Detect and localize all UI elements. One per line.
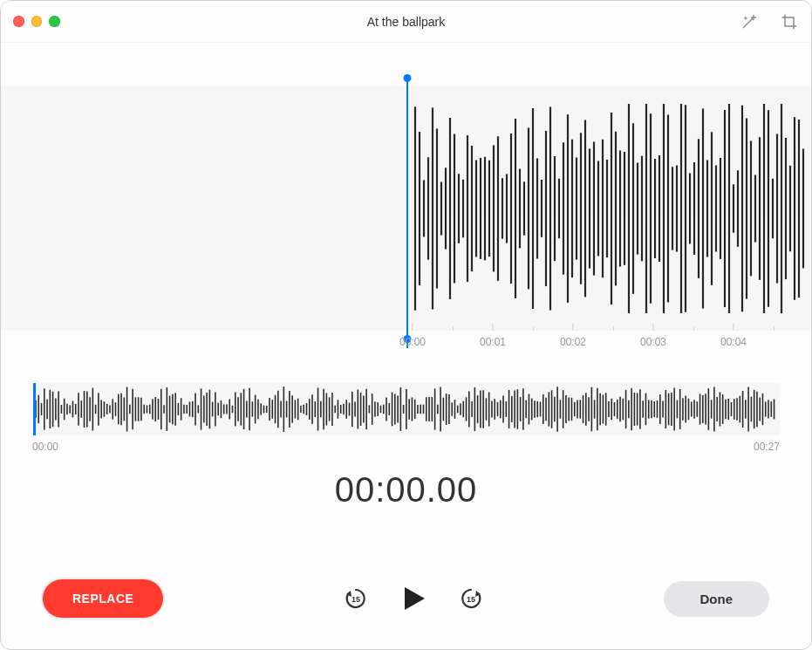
- zoom-window-button[interactable]: [49, 16, 60, 27]
- main-waveform: [412, 95, 812, 322]
- skip-forward-icon: 15: [458, 585, 484, 612]
- traffic-lights: [13, 16, 60, 27]
- overview-waveform[interactable]: [32, 383, 780, 435]
- overview-waveform-svg: [32, 383, 780, 435]
- tick-label: 00:04: [720, 336, 747, 348]
- skip-back-15-button[interactable]: 15: [343, 585, 369, 612]
- minimize-window-button[interactable]: [31, 16, 43, 27]
- replace-button[interactable]: REPLACE: [43, 579, 163, 618]
- play-icon: [399, 584, 428, 613]
- play-button[interactable]: [399, 584, 428, 613]
- main-waveform-area[interactable]: 00:00 00:01 00:02 00:03 00:04: [1, 78, 811, 348]
- current-time-display: 00:00.00: [1, 470, 811, 510]
- skip-forward-15-button[interactable]: 15: [458, 585, 484, 612]
- window-title: At the ballpark: [1, 15, 811, 29]
- tick-label: 00:00: [399, 336, 426, 348]
- enhance-icon: [740, 13, 758, 31]
- playback-controls: 15 15: [343, 584, 484, 613]
- tick-label: 00:01: [480, 336, 506, 348]
- tick-label: 00:02: [560, 336, 586, 348]
- skip-back-icon: 15: [343, 585, 369, 612]
- trim-button[interactable]: [780, 12, 799, 31]
- svg-text:15: 15: [467, 595, 475, 604]
- svg-text:15: 15: [351, 595, 360, 604]
- overview-playhead[interactable]: [33, 383, 36, 435]
- bottom-controls: REPLACE 15: [1, 579, 811, 649]
- overview-strip: 00:00 00:27: [32, 383, 780, 453]
- playhead[interactable]: [406, 78, 408, 348]
- timeline-ticks: 00:00 00:01 00:02 00:03 00:04: [1, 320, 811, 348]
- done-button[interactable]: Done: [664, 581, 770, 617]
- tick-label: 00:03: [640, 336, 666, 348]
- overview-end-time: 00:27: [754, 441, 780, 453]
- titlebar: At the ballpark: [1, 1, 811, 43]
- enhance-recording-button[interactable]: [740, 12, 759, 31]
- close-window-button[interactable]: [13, 16, 24, 27]
- overview-start-time: 00:00: [32, 441, 58, 453]
- voice-memos-edit-window: At the ballpark: [0, 0, 812, 650]
- crop-icon: [781, 13, 798, 31]
- overview-times: 00:00 00:27: [32, 441, 780, 453]
